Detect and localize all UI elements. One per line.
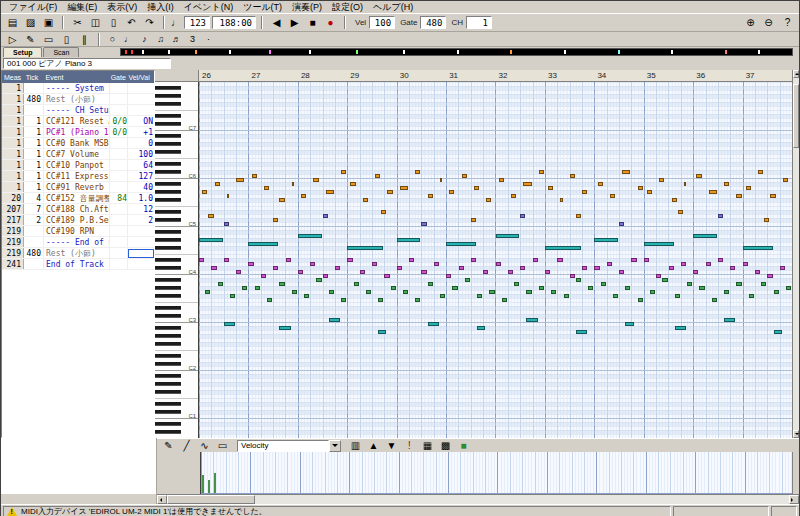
midi-note[interactable]: [310, 262, 315, 266]
midi-note[interactable]: [681, 262, 686, 266]
midi-note[interactable]: [659, 178, 664, 182]
help-button[interactable]: ?: [779, 16, 796, 30]
midi-note[interactable]: [375, 174, 380, 178]
midi-note[interactable]: [255, 286, 260, 290]
column-header-meas[interactable]: Meas: [2, 74, 24, 81]
note-whole-button[interactable]: ○: [105, 33, 120, 45]
midi-note[interactable]: [523, 182, 531, 186]
eraser-tool-icon[interactable]: ▭: [214, 439, 231, 453]
piano-key-black[interactable]: [155, 122, 181, 126]
midi-note[interactable]: [279, 326, 290, 330]
save-icon[interactable]: ▣: [40, 16, 57, 30]
piano-roll-grid[interactable]: [199, 82, 792, 438]
midi-note[interactable]: [576, 278, 581, 282]
midi-note[interactable]: [786, 286, 791, 290]
vertical-scroll-thumb[interactable]: [793, 84, 799, 148]
midi-note[interactable]: [202, 190, 207, 194]
midi-note[interactable]: [712, 298, 717, 302]
piano-keyboard[interactable]: C7C6C5C4C3C2C1: [155, 82, 199, 438]
midi-note[interactable]: [736, 282, 741, 286]
midi-note[interactable]: [211, 266, 216, 270]
midi-note[interactable]: [316, 278, 321, 282]
rewind-button[interactable]: ◀: [268, 16, 285, 30]
midi-note[interactable]: [446, 274, 451, 278]
midi-note[interactable]: [261, 274, 266, 278]
midi-note[interactable]: [403, 290, 408, 294]
track-selector[interactable]: 001 000 ピアノ Piano 3: [3, 58, 171, 69]
midi-note[interactable]: [684, 182, 686, 186]
menu-tool[interactable]: ツール(T): [238, 1, 287, 14]
velocity-bar[interactable]: [214, 473, 216, 493]
event-row[interactable]: 241End of Track: [2, 259, 154, 270]
midi-note[interactable]: [514, 282, 519, 286]
midi-note[interactable]: [329, 318, 340, 322]
line-tool-icon[interactable]: ╱: [178, 439, 195, 453]
midi-note[interactable]: [224, 222, 229, 226]
midi-note[interactable]: [252, 174, 257, 178]
histogram-icon[interactable]: ▥: [347, 439, 364, 453]
horizontal-scroll-thumb[interactable]: [167, 495, 255, 504]
midi-note[interactable]: [301, 194, 306, 198]
midi-note[interactable]: [477, 294, 482, 298]
midi-note[interactable]: [662, 278, 667, 282]
midi-note[interactable]: [387, 190, 392, 194]
midi-note[interactable]: [767, 274, 772, 278]
piano-key-black[interactable]: [155, 286, 181, 290]
midi-note[interactable]: [496, 234, 520, 238]
menu-help[interactable]: ヘルプ(H): [368, 1, 418, 14]
zoom-in-icon[interactable]: ⊕: [742, 16, 759, 30]
midi-note[interactable]: [774, 330, 782, 334]
midi-note[interactable]: [724, 182, 729, 186]
midi-note[interactable]: [545, 246, 581, 250]
midi-note[interactable]: [724, 290, 729, 294]
play-button[interactable]: ▶: [286, 16, 303, 30]
lane-type-value[interactable]: Velocity: [237, 440, 329, 452]
midi-note[interactable]: [780, 266, 785, 270]
midi-note[interactable]: [248, 242, 278, 246]
midi-note[interactable]: [459, 266, 464, 270]
midi-note[interactable]: [588, 286, 593, 290]
new-file-icon[interactable]: ▤: [4, 16, 21, 30]
midi-note[interactable]: [462, 174, 467, 178]
midi-note[interactable]: [486, 198, 491, 202]
pencil-tool-icon[interactable]: ✎: [22, 32, 39, 46]
cut-icon[interactable]: ✂: [69, 16, 86, 30]
vertical-scrollbar[interactable]: [792, 70, 799, 438]
midi-note[interactable]: [313, 178, 318, 182]
event-row[interactable]: 219CC#190 RPN: [2, 226, 154, 237]
midi-note[interactable]: [384, 274, 389, 278]
midi-note[interactable]: [520, 214, 525, 218]
midi-note[interactable]: [696, 174, 701, 178]
piano-key-black[interactable]: [155, 170, 181, 174]
lane-type-selector[interactable]: Velocity: [237, 440, 341, 452]
pattern-icon[interactable]: ▩: [437, 439, 454, 453]
midi-note[interactable]: [360, 270, 365, 274]
midi-note[interactable]: [218, 282, 223, 286]
event-row[interactable]: 2077CC#188 Ch.After12: [2, 204, 154, 215]
midi-note[interactable]: [594, 238, 618, 242]
menu-insert[interactable]: 挿入(I): [142, 1, 179, 14]
grid-icon[interactable]: ▦: [419, 439, 436, 453]
midi-note[interactable]: [224, 258, 229, 262]
midi-note[interactable]: [363, 198, 368, 202]
midi-note[interactable]: [576, 214, 581, 218]
midi-note[interactable]: [625, 286, 630, 290]
midi-note[interactable]: [449, 190, 454, 194]
midi-note[interactable]: [428, 322, 439, 326]
midi-note[interactable]: [499, 178, 504, 182]
midi-note[interactable]: [230, 294, 235, 298]
midi-note[interactable]: [372, 262, 377, 266]
midi-note[interactable]: [582, 190, 587, 194]
midi-note[interactable]: [279, 282, 284, 286]
piano-key-black[interactable]: [155, 266, 181, 270]
midi-note[interactable]: [638, 298, 643, 302]
piano-key-black[interactable]: [155, 190, 181, 194]
midi-note[interactable]: [378, 330, 386, 334]
event-row[interactable]: 11PC#1 (Piano 1)0/0+1: [2, 127, 154, 138]
midi-note[interactable]: [215, 182, 220, 186]
midi-note[interactable]: [366, 290, 371, 294]
midi-note[interactable]: [619, 222, 624, 226]
piano-key-black[interactable]: [155, 150, 181, 154]
scroll-down-button[interactable]: [793, 430, 799, 438]
midi-note[interactable]: [774, 290, 779, 294]
